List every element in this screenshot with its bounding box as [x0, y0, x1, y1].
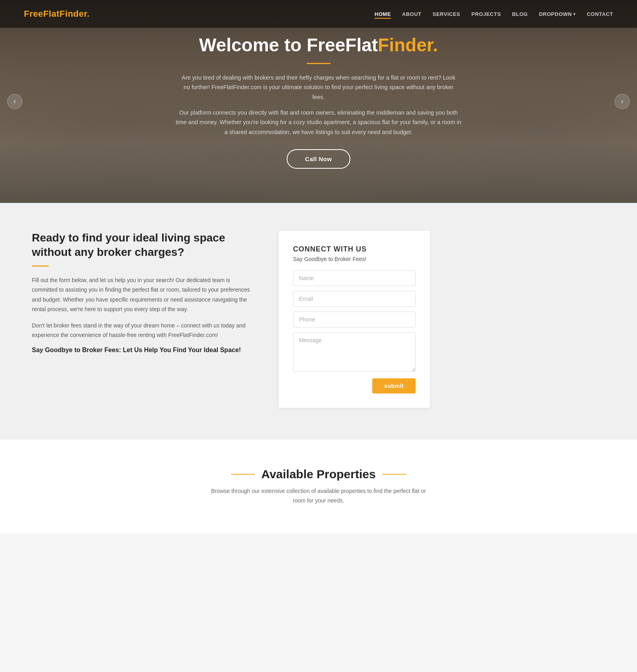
logo-dot: . — [87, 9, 90, 19]
chevron-down-icon: ▾ — [573, 12, 576, 16]
properties-section: Available Properties Browse through our … — [0, 440, 637, 534]
hero-title: Welcome to FreeFlatFinder. — [199, 34, 438, 56]
content-underline — [32, 265, 49, 267]
nav-link-about[interactable]: ABOUT — [402, 11, 422, 17]
contact-card: CONNECT WITH US Say Goodbye to Broker Fe… — [279, 231, 430, 408]
nav-item-projects[interactable]: PROJECTS — [471, 10, 501, 18]
nav-item-services[interactable]: SERVICES — [433, 10, 461, 18]
nav-link-home[interactable]: HOME — [375, 11, 391, 19]
content-heading: Ready to find your ideal living space wi… — [32, 231, 255, 260]
nav-link-contact[interactable]: CONTACT — [587, 11, 613, 17]
contact-card-subtitle: Say Goodbye to Broker Fees! — [293, 256, 416, 262]
hero-title-free: Welcome to FreeFlat — [199, 35, 378, 55]
call-now-button[interactable]: Call Now — [287, 149, 350, 169]
hero-next-button[interactable]: › — [615, 94, 630, 109]
properties-title: Available Properties — [261, 467, 375, 481]
properties-line-right — [382, 474, 406, 475]
logo[interactable]: FreeFlatFinder. — [24, 9, 90, 19]
properties-subtitle: Browse through our extensive collection … — [207, 487, 430, 506]
logo-text-free: FreeFlatFinder — [24, 9, 87, 19]
nav-item-home[interactable]: HOME — [375, 10, 391, 18]
nav-item-dropdown[interactable]: DROPDOWN ▾ — [539, 11, 576, 17]
content-para-2: Don't let broker fees stand in the way o… — [32, 321, 255, 340]
content-left: Ready to find your ideal living space wi… — [32, 231, 255, 354]
contact-card-title: CONNECT WITH US — [293, 245, 416, 253]
content-section: Ready to find your ideal living space wi… — [0, 203, 637, 440]
nav-link-projects[interactable]: PROJECTS — [471, 11, 501, 17]
content-para-1: Fill out the form below, and let us help… — [32, 275, 255, 314]
nav-links: HOME ABOUT SERVICES PROJECTS BLOG DROPDO… — [375, 10, 613, 18]
chevron-left-icon: ‹ — [14, 98, 16, 105]
hero-divider — [307, 63, 330, 64]
contact-message-input[interactable] — [293, 332, 416, 372]
contact-phone-input[interactable] — [293, 312, 416, 327]
nav-link-dropdown[interactable]: DROPDOWN ▾ — [539, 11, 576, 17]
chevron-right-icon: › — [621, 98, 623, 105]
contact-email-input[interactable] — [293, 291, 416, 307]
nav-link-services[interactable]: SERVICES — [433, 11, 461, 17]
nav-item-blog[interactable]: BLOG — [512, 10, 528, 18]
nav-link-blog[interactable]: BLOG — [512, 11, 528, 17]
hero-prev-button[interactable]: ‹ — [7, 94, 22, 109]
contact-name-input[interactable] — [293, 270, 416, 286]
properties-title-row: Available Properties — [32, 467, 605, 481]
hero-section: ‹ Welcome to FreeFlatFinder. Are you tir… — [0, 0, 637, 203]
properties-line-left — [231, 474, 255, 475]
nav-item-contact[interactable]: CONTACT — [587, 10, 613, 18]
nav-item-about[interactable]: ABOUT — [402, 10, 422, 18]
hero-text-1: Are you tired of dealing with brokers an… — [179, 73, 458, 102]
content-cta: Say Goodbye to Broker Fees: Let Us Help … — [32, 347, 255, 354]
submit-button[interactable]: submit — [372, 378, 416, 393]
hero-text-2: Our platform connects you directly with … — [175, 108, 462, 137]
navbar: FreeFlatFinder. HOME ABOUT SERVICES PROJ… — [0, 0, 637, 28]
hero-title-finder: Finder. — [378, 35, 438, 55]
